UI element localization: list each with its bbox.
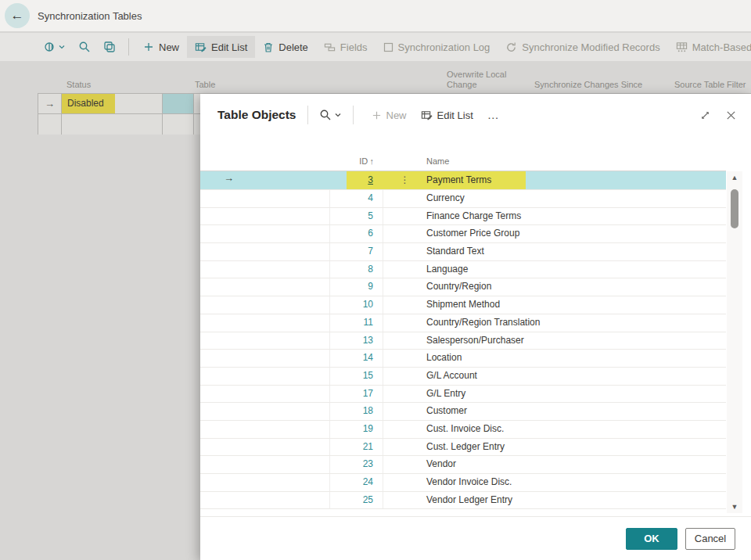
dialog-header: Table Objects New xyxy=(200,94,751,136)
object-id-link[interactable]: 23 xyxy=(329,456,383,473)
action-toolbar: New Edit List Delete Fields Synchronizat… xyxy=(0,33,751,61)
new-button[interactable]: New xyxy=(135,36,187,58)
object-name-cell[interactable]: Cust. Invoice Disc. xyxy=(426,421,726,438)
fields-button: Fields xyxy=(316,36,376,58)
object-name-cell[interactable]: G/L Entry xyxy=(426,386,726,403)
delete-button[interactable]: Delete xyxy=(255,36,316,58)
column-header-table: Table xyxy=(195,80,215,89)
page-title: Synchronization Tables xyxy=(38,10,142,22)
table-object-row[interactable]: → 19 ⋮ Cust. Invoice Disc. xyxy=(200,421,726,439)
object-name-cell[interactable]: Cust. Ledger Entry xyxy=(426,439,726,456)
object-id-link[interactable]: 11 xyxy=(329,314,383,332)
table-object-row[interactable]: → 25 ⋮ Vendor Ledger Entry xyxy=(200,492,726,510)
views-icon xyxy=(44,41,56,53)
object-id-link[interactable]: 13 xyxy=(329,332,383,350)
table-object-row[interactable]: → 7 ⋮ Standard Text xyxy=(200,243,726,261)
table-object-row[interactable]: → 21 ⋮ Cust. Ledger Entry xyxy=(200,439,726,457)
views-button[interactable] xyxy=(38,36,72,58)
object-name-cell[interactable]: Salesperson/Purchaser xyxy=(426,332,726,350)
match-based-coupling-button: Match-Based Coupling xyxy=(668,36,751,58)
object-id-link[interactable]: 17 xyxy=(329,386,383,403)
synchronization-log-button: Synchronization Log xyxy=(376,36,498,58)
object-name-cell[interactable]: Shipment Method xyxy=(426,296,726,314)
object-name-cell[interactable]: Vendor Ledger Entry xyxy=(426,492,726,509)
dialog-list-header: ID ↑ Name xyxy=(200,153,726,171)
object-id-link[interactable]: 3 xyxy=(329,171,383,189)
object-name-cell[interactable]: Location xyxy=(426,350,726,367)
close-dialog-button[interactable] xyxy=(725,109,737,121)
object-id-link[interactable]: 6 xyxy=(329,225,383,242)
object-name-cell[interactable]: Vendor Invoice Disc. xyxy=(426,474,726,491)
object-id-link[interactable]: 18 xyxy=(329,403,383,420)
back-arrow-icon: ← xyxy=(11,8,24,23)
trash-icon xyxy=(263,41,274,53)
table-object-row[interactable]: → 18 ⋮ Customer xyxy=(200,403,726,421)
table-object-row[interactable]: → 17 ⋮ G/L Entry xyxy=(200,386,726,404)
object-name-cell[interactable]: Standard Text xyxy=(426,243,726,260)
table-object-row[interactable]: → 13 ⋮ Salesperson/Purchaser xyxy=(200,332,726,350)
edit-list-icon xyxy=(421,109,433,121)
object-name-cell[interactable]: Vendor xyxy=(426,456,726,473)
object-name-cell[interactable]: Currency xyxy=(426,190,726,207)
table-object-row[interactable]: → 11 ⋮ Country/Region Translation xyxy=(200,314,726,332)
object-id-link[interactable]: 21 xyxy=(329,439,383,456)
dialog-search-button[interactable] xyxy=(319,109,342,121)
object-id-link[interactable]: 5 xyxy=(329,208,383,225)
table-object-row[interactable]: → 15 ⋮ G/L Account xyxy=(200,368,726,386)
expand-dialog-button[interactable] xyxy=(699,109,711,121)
object-name-cell[interactable]: Finance Charge Terms xyxy=(426,208,726,225)
table-object-row[interactable]: → 23 ⋮ Vendor xyxy=(200,456,726,474)
object-name-cell[interactable]: Customer xyxy=(426,403,726,420)
edit-list-button[interactable]: Edit List xyxy=(187,36,255,58)
table-object-row[interactable]: → 24 ⋮ Vendor Invoice Disc. xyxy=(200,474,726,492)
table-object-row[interactable]: → 4 ⋮ Currency xyxy=(200,190,726,208)
cancel-button[interactable]: Cancel xyxy=(685,528,735,550)
dialog-new-button: New xyxy=(372,109,407,121)
object-name-cell[interactable]: Customer Price Group xyxy=(426,225,726,242)
object-id-link[interactable]: 9 xyxy=(329,278,383,296)
object-name-cell[interactable]: Payment Terms xyxy=(426,171,726,189)
table-cell-focused[interactable] xyxy=(163,94,194,113)
table-object-row[interactable]: → 8 ⋮ Language xyxy=(200,261,726,279)
object-name-cell[interactable]: Language xyxy=(426,261,726,278)
search-button[interactable] xyxy=(72,36,97,58)
table-object-row[interactable]: → 9 ⋮ Country/Region xyxy=(200,278,726,296)
sort-ascending-icon: ↑ xyxy=(370,156,375,166)
coupling-table-icon xyxy=(676,41,688,53)
table-object-row[interactable]: → 14 ⋮ Location xyxy=(200,350,726,368)
object-id-link[interactable]: 7 xyxy=(329,243,383,260)
object-id-link[interactable]: 25 xyxy=(329,492,383,509)
object-id-link[interactable]: 15 xyxy=(329,368,383,385)
column-header-name[interactable]: Name xyxy=(426,153,726,171)
row-context-menu-icon[interactable]: ⋮ xyxy=(401,174,410,185)
plus-icon xyxy=(143,41,154,52)
top-navigation-bar: ← Synchronization Tables xyxy=(0,0,751,31)
vertical-scrollbar[interactable]: ▲ ▼ xyxy=(727,171,742,513)
more-options-button[interactable]: … xyxy=(487,111,500,119)
dialog-edit-list-button[interactable]: Edit List xyxy=(421,109,473,121)
object-id-link[interactable]: 8 xyxy=(329,261,383,278)
object-name-cell[interactable]: Country/Region Translation xyxy=(426,314,726,332)
object-id-link[interactable]: 10 xyxy=(329,296,383,314)
column-header-id[interactable]: ID ↑ xyxy=(329,153,383,171)
object-name-cell[interactable]: Country/Region xyxy=(426,278,726,296)
scroll-down-icon[interactable]: ▼ xyxy=(731,503,738,511)
table-object-row[interactable]: → 10 ⋮ Shipment Method xyxy=(200,296,726,314)
scroll-up-icon[interactable]: ▲ xyxy=(731,174,738,181)
table-object-row[interactable]: → 6 ⋮ Customer Price Group xyxy=(200,225,726,243)
back-button[interactable]: ← xyxy=(5,3,30,28)
chevron-down-icon xyxy=(58,43,66,51)
object-id-link[interactable]: 24 xyxy=(329,474,383,491)
status-cell-highlighted[interactable]: Disabled xyxy=(62,94,163,113)
object-name-cell[interactable]: G/L Account xyxy=(426,368,726,385)
scrollbar-thumb[interactable] xyxy=(731,189,738,228)
object-id-link[interactable]: 19 xyxy=(329,421,383,438)
ok-button[interactable]: OK xyxy=(626,528,677,550)
column-header-source-table-filter: Source Table Filter xyxy=(674,80,746,89)
status-cell[interactable] xyxy=(62,114,163,135)
analyze-button[interactable] xyxy=(97,36,122,58)
object-id-link[interactable]: 4 xyxy=(329,190,383,207)
table-object-row[interactable]: → 3 ⋮ Payment Terms xyxy=(200,171,726,190)
object-id-link[interactable]: 14 xyxy=(329,350,383,367)
table-object-row[interactable]: → 5 ⋮ Finance Charge Terms xyxy=(200,208,726,226)
